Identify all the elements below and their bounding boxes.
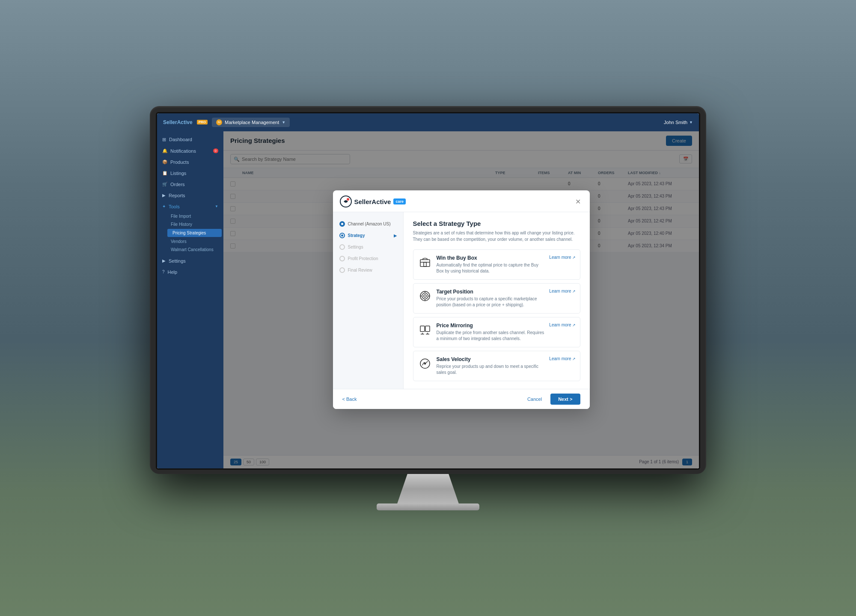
svg-point-7 [424,295,426,297]
svg-rect-13 [425,326,430,332]
sidebar-item-label: Listings [170,171,186,176]
app-logo: SellerActive [163,119,193,125]
modal-logo-text: SellerActive [354,198,391,205]
top-nav-left: SellerActive PRO M Marketplace Managemen… [163,118,290,127]
sidebar-item-label: Products [170,160,189,165]
wizard-step-strategy-dot [341,234,343,237]
sales-velocity-strategy-icon [418,356,432,371]
learn-more-buy-box-label: Learn more [549,255,571,260]
sidebar-item-reports[interactable]: ▶ Reports [157,190,223,201]
wizard-step-channel-label: Channel (Amazon US) [348,222,391,226]
external-link-mirroring-icon: ↗ [572,323,576,327]
user-menu[interactable]: John Smith ▼ [664,120,693,125]
tools-submenu: File Import File History Pricing Strateg… [157,212,223,254]
sidebar-item-help[interactable]: ? Help [157,267,223,278]
sidebar-sub-walmart-cancellations[interactable]: Walmart Cancellations [166,246,223,254]
wizard-step-strategy[interactable]: Strategy ▶ [338,231,398,240]
sidebar-sub-file-import[interactable]: File Import [166,212,223,220]
monitor-stand [394,474,462,504]
sidebar-sub-file-history[interactable]: File History [166,220,223,228]
wizard-step-strategy-arrow-icon: ▶ [394,234,397,238]
wizard-step-channel[interactable]: Channel (Amazon US) [338,219,398,229]
app-logo-badge: PRO [197,120,208,124]
next-button[interactable]: Next > [550,394,580,405]
wizard-step-settings[interactable]: Settings [338,242,398,252]
strategy-card-target-position[interactable]: Target Position Price your products to c… [413,283,580,314]
strategy-card-sales-velocity[interactable]: Sales Velocity Reprice your products up … [413,351,580,381]
wizard-step-profit-protection[interactable]: Profit Protection [338,254,398,264]
learn-more-buy-box-link[interactable]: Learn more ↗ [549,255,575,260]
main-layout: ⊞ Dashboard 🔔 Notifications 0 📦 Prod [157,131,699,468]
app-screen: SellerActive PRO M Marketplace Managemen… [157,113,699,468]
marketplace-icon: M [216,119,222,125]
modal-footer: < Back Cancel Next > [333,389,590,409]
strategy-desc-buy-box: Automatically find the optimal price to … [437,262,546,274]
svg-point-1 [347,198,349,201]
learn-more-velocity-link[interactable]: Learn more ↗ [549,356,575,361]
wizard-step-channel-dot [341,223,343,225]
wizard-sidebar: Channel (Amazon US) [333,212,404,389]
wizard-step-strategy-content: Strategy ▶ [348,233,397,238]
modal-body: Channel (Amazon US) [333,212,590,389]
modal-close-button[interactable]: ✕ [574,197,583,206]
sidebar-item-orders[interactable]: 🛒 Orders [157,179,223,190]
modal-care-badge: care [393,198,406,204]
modal-title: Select a Strategy Type [413,220,580,227]
sidebar: ⊞ Dashboard 🔔 Notifications 0 📦 Prod [157,131,223,468]
listings-icon: 📋 [162,171,167,175]
sidebar-item-label: Notifications [170,148,196,154]
marketplace-chevron-icon: ▼ [282,120,285,124]
tools-expand-icon: ▼ [215,204,218,208]
dashboard-icon: ⊞ [162,137,166,142]
external-link-target-icon: ↗ [572,289,576,293]
orders-icon: 🛒 [162,182,167,187]
sidebar-item-listings[interactable]: 📋 Listings [157,168,223,179]
help-icon: ? [162,270,165,274]
cancel-button[interactable]: Cancel [523,394,546,404]
external-link-velocity-icon: ↗ [572,357,576,361]
strategy-info-buy-box: Win the Buy Box Automatically find the o… [437,255,546,274]
learn-more-mirroring-label: Learn more [549,323,571,327]
marketplace-selector[interactable]: M Marketplace Management ▼ [212,118,290,127]
strategy-name-price-mirroring: Price Mirroring [437,323,546,329]
back-button[interactable]: < Back [342,394,357,404]
sidebar-item-label: Settings [169,258,186,264]
wizard-step-profit-circle [339,256,345,261]
sidebar-item-dashboard[interactable]: ⊞ Dashboard [157,134,223,145]
wizard-step-final-circle [339,267,345,273]
monitor-base [377,503,479,510]
learn-more-mirroring-link[interactable]: Learn more ↗ [549,323,575,327]
sidebar-sub-vendors[interactable]: Vendors [166,237,223,246]
svg-rect-2 [420,260,430,267]
wizard-step-strategy-label: Strategy [348,233,365,238]
sidebar-item-settings[interactable]: ▶ Settings [157,255,223,267]
wizard-step-profit-label: Profit Protection [348,256,378,261]
learn-more-target-link[interactable]: Learn more ↗ [549,289,575,293]
target-position-strategy-icon [418,289,432,303]
sidebar-item-label: Tools [169,204,180,209]
user-chevron-icon: ▼ [689,120,693,124]
tools-icon: ✦ [162,204,166,209]
learn-more-velocity-label: Learn more [549,356,571,361]
sidebar-item-tools[interactable]: ✦ Tools ▼ [157,201,223,212]
content-area: Pricing Strategies Create 🔍 📅 [223,131,699,468]
notifications-badge: 0 [213,148,218,153]
strategy-name-buy-box: Win the Buy Box [437,255,546,261]
sidebar-item-label: Dashboard [169,137,192,142]
modal-description: Strategies are a set of rules that deter… [413,230,580,243]
svg-point-6 [422,293,428,299]
sidebar-item-notifications[interactable]: 🔔 Notifications 0 [157,145,223,157]
strategy-name-target-position: Target Position [437,289,546,295]
bell-icon: 🔔 [162,148,167,153]
modal-content: Select a Strategy Type Strategies are a … [404,212,590,389]
sidebar-item-label: Help [168,270,178,275]
footer-right-actions: Cancel Next > [523,394,580,405]
strategy-info-target-position: Target Position Price your products to c… [437,289,546,308]
sidebar-sub-pricing-strategies[interactable]: Pricing Strategies [167,229,222,237]
strategy-card-buy-box[interactable]: Win the Buy Box Automatically find the o… [413,249,580,280]
wizard-step-final-review[interactable]: Final Review [338,265,398,275]
sidebar-item-products[interactable]: 📦 Products [157,157,223,168]
svg-rect-12 [420,326,425,332]
strategy-card-price-mirroring[interactable]: Price Mirroring Duplicate the price from… [413,317,580,347]
svg-rect-4 [424,262,426,267]
